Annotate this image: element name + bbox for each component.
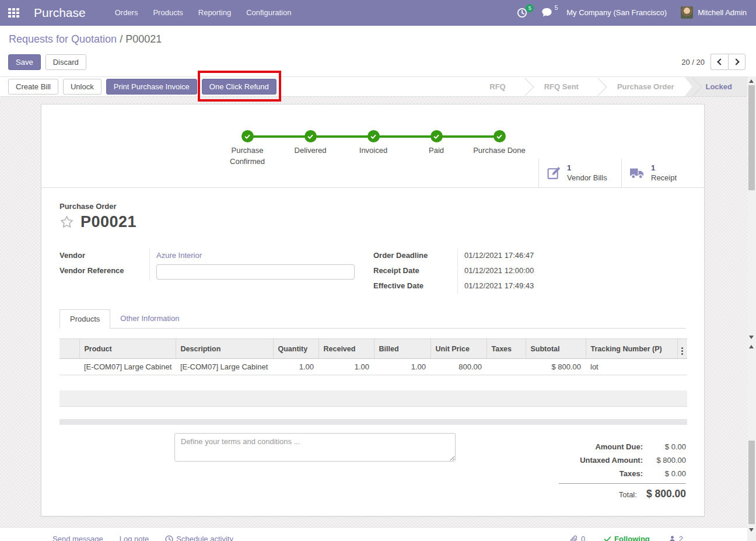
- receipt-date-label: Receipt Date: [373, 264, 457, 279]
- col-billed[interactable]: Billed: [374, 339, 430, 359]
- col-product[interactable]: Product: [79, 339, 176, 359]
- empty-list-stripe: [60, 407, 687, 419]
- chatter-bar: Send message Log note Schedule activity …: [0, 527, 747, 541]
- table-horizontal-scrollbar[interactable]: [60, 419, 687, 425]
- cell-taxes[interactable]: [487, 359, 526, 375]
- breadcrumb-parent-link[interactable]: Requests for Quotation: [9, 33, 117, 45]
- optional-columns-icon[interactable]: [682, 347, 683, 355]
- step-purchase-done: Purchase Done: [468, 130, 531, 167]
- vendor-reference-input[interactable]: [156, 264, 355, 280]
- pager-previous-button[interactable]: [710, 54, 728, 70]
- navbar-right: 5 5 My Company (San Francisco) Mitchell …: [517, 6, 756, 19]
- optional-columns-header: [677, 339, 687, 359]
- stage-arrow-icon: [516, 78, 534, 96]
- menu-products[interactable]: Products: [153, 8, 183, 17]
- cell-product[interactable]: [E-COM07] Large Cabinet: [79, 359, 176, 375]
- receipt-count: 1: [651, 163, 677, 173]
- control-panel: Requests for Quotation / P00021 Save Dis…: [0, 26, 756, 76]
- messages-button[interactable]: 5: [541, 8, 552, 18]
- document-name: P00021: [80, 213, 136, 231]
- purchase-app: Purchase Orders Products Reporting Confi…: [0, 0, 756, 541]
- cell-optional: [677, 359, 687, 375]
- scrollbar-thumb[interactable]: [748, 85, 755, 190]
- following-button[interactable]: Following: [604, 535, 650, 541]
- order-deadline-label: Order Deadline: [373, 249, 457, 264]
- menu-configuration[interactable]: Configuration: [246, 8, 291, 17]
- send-message-button[interactable]: Send message: [52, 535, 103, 541]
- order-line-row[interactable]: [E-COM07] Large Cabinet [E-COM07] Large …: [60, 359, 687, 375]
- col-unit-price[interactable]: Unit Price: [430, 339, 487, 359]
- cell-subtotal[interactable]: $ 800.00: [526, 359, 586, 375]
- attachments-button[interactable]: 0: [570, 535, 585, 541]
- scrollbar-thumb[interactable]: [748, 441, 755, 524]
- terms-and-conditions-textarea[interactable]: [174, 433, 456, 462]
- cell-received[interactable]: 1.00: [318, 359, 374, 375]
- unlock-button[interactable]: Unlock: [63, 79, 102, 95]
- stage-purchase-order[interactable]: Purchase Order: [606, 77, 686, 96]
- favorite-star-icon[interactable]: [60, 215, 74, 229]
- col-quantity[interactable]: Quantity: [273, 339, 318, 359]
- scroll-up-arrow[interactable]: [749, 345, 754, 348]
- vendor-value-link[interactable]: Azure Interior: [156, 251, 202, 260]
- user-menu[interactable]: Mitchell Admin: [681, 6, 747, 19]
- col-tracking-number[interactable]: Tracking Number (P): [586, 339, 677, 359]
- control-panel-buttons-row: Save Discard 20 / 20: [0, 54, 756, 70]
- col-received[interactable]: Received: [318, 339, 374, 359]
- check-circle-icon: [430, 130, 443, 142]
- print-purchase-invoice-button[interactable]: Print Purchase Invoice: [106, 79, 197, 95]
- cell-billed[interactable]: 1.00: [374, 359, 430, 375]
- menu-orders[interactable]: Orders: [115, 8, 138, 17]
- stage-rfq-sent[interactable]: RFQ Sent: [533, 77, 590, 96]
- step-delivered: Delivered: [279, 130, 342, 167]
- main-menus: Orders Products Reporting Configuration: [115, 8, 292, 17]
- person-icon: [668, 535, 676, 541]
- log-note-button[interactable]: Log note: [120, 535, 149, 541]
- one-click-refund-button[interactable]: One Click Refund: [202, 79, 276, 95]
- scroll-up-arrow[interactable]: [749, 79, 754, 83]
- stage-arrow-icon: [589, 78, 607, 96]
- followers-button[interactable]: 2: [668, 535, 683, 541]
- receipt-stat-button[interactable]: 1 Receipt: [621, 159, 704, 187]
- messages-icon: [541, 8, 552, 18]
- scroll-down-arrow[interactable]: [749, 336, 754, 339]
- menu-reporting[interactable]: Reporting: [198, 8, 231, 17]
- tab-other-information[interactable]: Other Information: [110, 309, 189, 328]
- vertical-scrollbar[interactable]: [747, 76, 756, 541]
- tab-products[interactable]: Products: [60, 309, 110, 329]
- company-switcher[interactable]: My Company (San Francisco): [566, 8, 667, 17]
- create-bill-button[interactable]: Create Bill: [8, 79, 58, 95]
- cell-description[interactable]: [E-COM07] Large Cabinet: [176, 359, 273, 375]
- app-brand[interactable]: Purchase: [34, 6, 86, 20]
- col-description[interactable]: Description: [176, 339, 273, 359]
- effective-date-value[interactable]: 01/12/2021 17:49:43: [457, 279, 686, 294]
- cell-tracking-number[interactable]: lot: [586, 359, 677, 375]
- chevron-right-icon: [733, 58, 739, 65]
- order-deadline-value[interactable]: 01/12/2021 17:46:47: [457, 249, 686, 264]
- col-taxes[interactable]: Taxes: [487, 339, 526, 359]
- step-invoiced: Invoiced: [342, 130, 405, 167]
- pager-next-button[interactable]: [728, 54, 746, 70]
- col-subtotal[interactable]: Subtotal: [526, 339, 586, 359]
- clock-icon: [165, 535, 173, 541]
- total-label: Total:: [619, 490, 637, 499]
- check-circle-icon: [242, 130, 254, 142]
- activities-button[interactable]: 5: [517, 8, 527, 18]
- paperclip-icon: [570, 535, 578, 541]
- stat-button-box: 1 Vendor Bills 1 Receipt: [538, 159, 704, 187]
- stage-rfq[interactable]: RFQ: [478, 77, 517, 96]
- row-handle-header: [60, 339, 79, 359]
- untaxed-amount-label: Untaxed Amount:: [580, 456, 643, 465]
- schedule-activity-button[interactable]: Schedule activity: [165, 535, 233, 541]
- cell-unit-price[interactable]: 800.00: [430, 359, 487, 375]
- save-button[interactable]: Save: [8, 54, 41, 70]
- doc-type-label: Purchase Order: [60, 202, 686, 211]
- receipt-date-value[interactable]: 01/12/2021 12:00:00: [457, 264, 686, 279]
- receipt-label: Receipt: [651, 173, 677, 183]
- vendor-reference-label: Vendor Reference: [60, 264, 149, 281]
- cell-quantity[interactable]: 1.00: [273, 359, 318, 375]
- discard-button[interactable]: Discard: [46, 54, 86, 70]
- totals-block: Amount Due: $ 0.00 Untaxed Amount: $ 800…: [559, 440, 686, 500]
- vendor-bills-stat-button[interactable]: 1 Vendor Bills: [538, 159, 621, 187]
- scroll-down-arrow[interactable]: [749, 528, 754, 532]
- apps-menu-button[interactable]: [0, 0, 27, 26]
